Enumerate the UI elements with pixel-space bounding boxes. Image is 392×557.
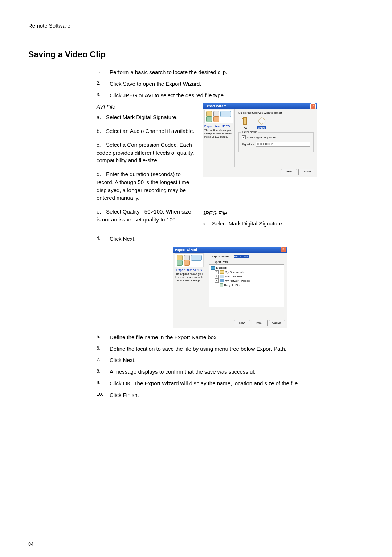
footer-rule — [28, 536, 364, 536]
computer-icon — [220, 275, 224, 278]
desktop-icon — [211, 266, 215, 270]
steps-top: Perform a basic search to locate the des… — [97, 68, 364, 99]
dialog2-title: Export Wizard — [175, 248, 197, 252]
jpeg-brush-icon — [257, 117, 265, 125]
step-5: Define the file name in the Export Name … — [97, 333, 364, 341]
signature-field[interactable]: 0000000006 — [256, 142, 310, 147]
dialog2-sidebar-title: Export Item :JPEG — [175, 268, 204, 272]
export-name-label: Export Name — [209, 255, 232, 258]
step-3: Click JPEG or AVI to select the desired … — [97, 92, 364, 99]
tree-item-mynetwork[interactable]: +My Network Places — [215, 279, 282, 283]
export-name-field[interactable]: Front Door — [234, 255, 249, 258]
dialog2-sidebar-desc: This option allows you to export search … — [175, 272, 204, 282]
dialog1-instruction: Select the type you wish to export. — [238, 111, 314, 114]
tree-item-desktop[interactable]: Desktop — [211, 266, 282, 270]
tree-item-recyclebin[interactable]: Recycle Bin — [215, 283, 282, 287]
expand-icon[interactable]: + — [215, 279, 219, 283]
avi-item-b: b.Select an Audio Channel if available. — [97, 127, 195, 135]
section-title: Saving a Video Clip — [28, 50, 364, 60]
avi-film-icon — [242, 117, 250, 125]
dialog1-sidebar-title: Export Item :JPEG — [204, 125, 233, 128]
step-2: Click Save to open the Export Wizard. — [97, 80, 364, 88]
detail-setup-legend: Detail setup — [241, 130, 258, 134]
step-8: A message displays to confirm that the s… — [97, 368, 364, 376]
export-wizard-dialog-2: Export Wizard × Export Item :JPEG This o… — [173, 247, 287, 328]
dialog1-title: Export Wizard — [205, 104, 226, 108]
next-button[interactable]: Next — [281, 169, 297, 175]
avi-item-a: a.Select Mark Digital Signature. — [97, 113, 195, 121]
close-icon[interactable]: × — [310, 103, 316, 109]
page-header: Remote Software — [28, 23, 364, 29]
mark-signature-checkbox[interactable]: ✓Mark Digital Signature — [242, 135, 310, 139]
network-icon — [220, 279, 224, 282]
expand-icon[interactable]: + — [215, 275, 219, 278]
sidebar-thumbnails-icon — [204, 110, 233, 123]
dialog1-sidebar: Export Item :JPEG This option allows you… — [203, 109, 235, 167]
detail-setup-group: Detail setup ✓Mark Digital Signature Sig… — [238, 132, 314, 152]
tree-item-mycomputer[interactable]: +My Computer — [215, 275, 282, 278]
export-wizard-dialog-1: Export Wizard × Export Item :JPEG This o… — [203, 103, 317, 177]
step-10: Click Finish. — [97, 391, 364, 399]
jpeg-heading: JPEG File — [203, 210, 364, 216]
signature-label: Signature — [242, 143, 254, 146]
back-button[interactable]: Back — [234, 320, 250, 326]
dialog2-sidebar: Export Item :JPEG This option allows you… — [173, 253, 205, 318]
dialog1-sidebar-desc: This option allows you to export search … — [204, 129, 233, 138]
page-number: 84 — [28, 541, 33, 547]
step-4: Click Next. — [97, 235, 364, 243]
expand-icon[interactable]: + — [215, 270, 219, 274]
cancel-button[interactable]: Cancel — [298, 169, 314, 175]
avi-heading: AVI File — [97, 103, 195, 110]
type-option-jpeg[interactable]: JPEG — [257, 117, 266, 129]
sidebar-thumbnails-icon — [175, 253, 204, 267]
export-path-label: Export Path — [209, 260, 232, 264]
avi-item-d: d.Enter the duration (seconds) to record… — [97, 170, 195, 202]
cancel-button[interactable]: Cancel — [269, 320, 285, 326]
dialog2-titlebar: Export Wizard × — [173, 247, 287, 253]
export-path-tree[interactable]: Desktop +My Documents +My Computer +My N… — [209, 264, 284, 307]
avi-item-e: e.Select Quality - 50>100. When size is … — [97, 208, 195, 224]
folder-icon — [220, 270, 224, 274]
avi-item-c: c.Select a Compression Codec. Each codec… — [97, 141, 195, 164]
tree-item-mydocuments[interactable]: +My Documents — [215, 270, 282, 274]
step-7: Click Next. — [97, 356, 364, 364]
step-9: Click OK. The Export Wizard will display… — [97, 379, 364, 387]
recycle-bin-icon — [220, 283, 223, 287]
jpeg-item-a: a.Select Mark Digital Signature. — [203, 220, 364, 228]
next-button[interactable]: Next — [252, 320, 268, 326]
type-option-avi[interactable]: AVI — [242, 117, 250, 129]
close-icon[interactable]: × — [281, 247, 286, 252]
step-1: Perform a basic search to locate the des… — [97, 68, 364, 76]
checkbox-icon: ✓ — [242, 135, 246, 139]
step-6: Define the location to save the file by … — [97, 345, 364, 353]
dialog1-titlebar: Export Wizard × — [203, 103, 317, 109]
